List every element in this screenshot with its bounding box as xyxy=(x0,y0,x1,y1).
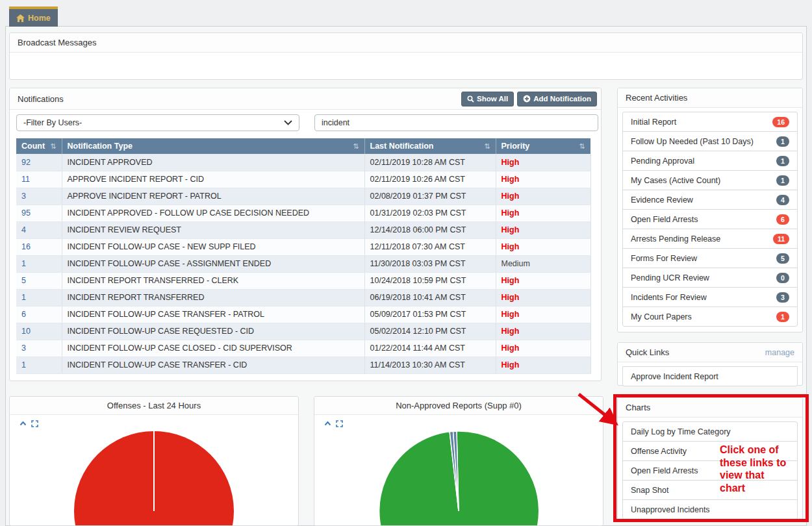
recent-activity-item[interactable]: Arrests Pending Release11 xyxy=(622,229,798,249)
recent-activity-item[interactable]: Pending Approval1 xyxy=(622,151,798,171)
chart-link-item[interactable]: Offense Activity xyxy=(622,441,798,461)
notifications-table-body: 92INCIDENT APPROVED02/11/2019 10:28 AM C… xyxy=(16,154,590,373)
table-row: 4INCIDENT REVIEW REQUEST12/14/2018 06:00… xyxy=(16,221,590,238)
quick-links-panel: Quick Links manage Approve Incident Repo… xyxy=(617,342,803,386)
charts-links-list: Daily Log by Time CategoryOffense Activi… xyxy=(618,418,802,523)
expand-icon[interactable] xyxy=(336,420,343,427)
count-link[interactable]: 10 xyxy=(16,323,62,340)
chart-link-item-label: Open Field Arrests xyxy=(631,466,698,475)
recent-activity-item[interactable]: Open Field Arrests6 xyxy=(622,209,798,229)
count-link[interactable]: 95 xyxy=(16,205,62,221)
count-link[interactable]: 16 xyxy=(16,238,62,255)
nonapproved-chart-panel: Non-Approved Reports (Supp #0) xyxy=(314,396,603,526)
last-notification-cell: 02/11/2019 10:28 AM CST xyxy=(364,154,496,171)
count-link[interactable]: 1 xyxy=(16,357,62,373)
recent-activity-item[interactable]: Initial Report16 xyxy=(622,112,798,132)
quick-links-title: Quick Links xyxy=(626,347,669,357)
recent-activity-item-label: My Court Papers xyxy=(631,312,692,321)
recent-activity-item-label: Incidents For Review xyxy=(631,293,707,302)
table-row: 1INCIDENT FOLLOW-UP CASE - ASSIGNMENT EN… xyxy=(16,255,590,272)
count-badge: 0 xyxy=(776,273,789,283)
chart-link-item-label: Daily Log by Time Category xyxy=(631,427,731,436)
recent-activity-item[interactable]: Follow Up Needed (Past 10 Days)1 xyxy=(622,131,798,151)
count-badge: 6 xyxy=(776,214,789,225)
notification-type-cell: INCIDENT FOLLOW-UP CASE REQUESTED - CID xyxy=(62,323,364,340)
count-link[interactable]: 1 xyxy=(16,289,62,306)
recent-activity-item-label: Evidence Review xyxy=(631,195,693,205)
last-notification-cell: 11/30/2018 03:03 PM CST xyxy=(364,255,496,272)
count-link[interactable]: 3 xyxy=(16,340,62,357)
notification-type-cell: INCIDENT REPORT TRANSFERRED xyxy=(62,289,364,306)
priority-cell: High xyxy=(496,238,590,255)
table-row: 5INCIDENT REPORT TRANSFERRED - CLERK10/2… xyxy=(16,272,590,289)
notifications-table: Count⇅ Notification Type⇅ Last Notificat… xyxy=(16,138,591,374)
charts-links-title: Charts xyxy=(626,403,650,412)
count-badge: 16 xyxy=(772,117,789,127)
table-row: 95INCIDENT APPROVED - FOLLOW UP CASE DEC… xyxy=(16,205,590,221)
recent-activity-item[interactable]: Pending UCR Review0 xyxy=(622,268,798,288)
recent-activity-item-label: Pending Approval xyxy=(631,157,694,166)
chart-link-item-label: Unapproved Incidents xyxy=(631,505,710,514)
add-notification-button[interactable]: Add Notification xyxy=(517,92,597,106)
recent-activity-item-label: Pending UCR Review xyxy=(631,273,709,282)
recent-activities-panel: Recent Activities Initial Report16Follow… xyxy=(617,88,803,332)
notification-type-cell: INCIDENT APPROVED xyxy=(62,154,364,171)
table-row: 10INCIDENT FOLLOW-UP CASE REQUESTED - CI… xyxy=(16,323,590,340)
offenses-chart-panel: Offenses - Last 24 Hours xyxy=(9,396,299,526)
priority-cell: High xyxy=(496,154,590,171)
count-link[interactable]: 6 xyxy=(16,306,62,323)
column-header-last[interactable]: Last Notification⇅ xyxy=(364,138,496,154)
chart-link-item[interactable]: Snap Shot xyxy=(622,480,798,500)
recent-activity-item[interactable]: Forms For Review5 xyxy=(622,248,798,268)
count-link[interactable]: 5 xyxy=(16,272,62,289)
recent-activity-item[interactable]: My Cases (Active Count)1 xyxy=(622,170,798,190)
collapse-icon[interactable] xyxy=(324,420,331,427)
notification-type-cell: INCIDENT FOLLOW-UP CASE TRANSFER - CID xyxy=(62,357,364,373)
priority-cell: High xyxy=(496,272,590,289)
recent-activity-item-label: Initial Report xyxy=(631,118,676,127)
chart-link-item[interactable]: Open Field Arrests xyxy=(622,460,798,481)
notification-type-cell: INCIDENT FOLLOW-UP CASE - NEW SUPP FILED xyxy=(62,238,364,255)
count-link[interactable]: 1 xyxy=(16,255,62,272)
count-badge: 4 xyxy=(776,195,789,205)
column-header-type[interactable]: Notification Type⇅ xyxy=(62,138,364,154)
charts-links-panel: Charts Daily Log by Time CategoryOffense… xyxy=(617,397,803,521)
count-link[interactable]: 4 xyxy=(16,221,62,238)
priority-cell: High xyxy=(496,188,590,205)
count-badge: 3 xyxy=(776,292,789,303)
chevron-down-icon xyxy=(284,120,292,125)
collapse-icon[interactable] xyxy=(19,420,27,427)
priority-cell: Medium xyxy=(496,255,590,272)
last-notification-cell: 10/24/2018 10:59 PM CST xyxy=(364,272,496,289)
notification-search-input[interactable]: incident xyxy=(314,114,598,131)
column-header-priority[interactable]: Priority⇅ xyxy=(496,138,590,154)
count-link[interactable]: 11 xyxy=(16,171,62,188)
priority-cell: High xyxy=(496,323,590,340)
manage-link[interactable]: manage xyxy=(765,348,794,357)
last-notification-cell: 05/09/2017 01:53 PM CST xyxy=(364,306,496,323)
count-badge: 5 xyxy=(776,253,789,264)
count-badge: 11 xyxy=(773,234,789,244)
notification-type-cell: INCIDENT REVIEW REQUEST xyxy=(62,221,364,238)
quick-link-item[interactable]: Approve Incident Report xyxy=(622,366,798,386)
recent-activity-item[interactable]: Incidents For Review3 xyxy=(622,287,798,307)
chart-link-item-label: Offense Activity xyxy=(631,447,687,456)
column-header-count[interactable]: Count⇅ xyxy=(16,138,62,154)
notification-type-cell: INCIDENT FOLLOW-UP CASE - ASSIGNMENT END… xyxy=(62,255,364,272)
table-row: 16INCIDENT FOLLOW-UP CASE - NEW SUPP FIL… xyxy=(16,238,590,255)
chart-link-item[interactable]: Unapproved Incidents xyxy=(622,499,798,520)
chart-link-item[interactable]: Daily Log by Time Category xyxy=(622,421,798,442)
show-all-button[interactable]: Show All xyxy=(461,92,514,106)
count-link[interactable]: 92 xyxy=(16,154,62,171)
expand-icon[interactable] xyxy=(31,420,38,427)
last-notification-cell: 05/02/2014 12:10 PM CST xyxy=(364,323,496,340)
tab-home[interactable]: Home xyxy=(9,6,58,27)
filter-by-users-select[interactable]: -Filter By Users- xyxy=(16,114,299,131)
nonapproved-chart-title: Non-Approved Reports (Supp #0) xyxy=(396,401,522,410)
recent-activity-item[interactable]: Evidence Review4 xyxy=(622,190,798,210)
recent-activity-item[interactable]: My Court Papers1 xyxy=(622,307,798,327)
notification-type-cell: APPROVE INCIDENT REPORT - PATROL xyxy=(62,188,364,205)
priority-cell: High xyxy=(496,306,590,323)
sort-icon: ⇅ xyxy=(50,142,56,151)
count-link[interactable]: 3 xyxy=(16,188,62,205)
